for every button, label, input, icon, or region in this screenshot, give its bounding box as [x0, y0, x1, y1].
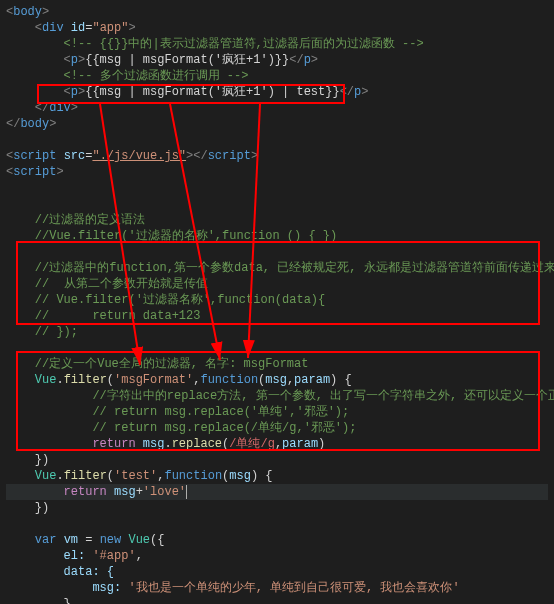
code-line: // }); — [6, 324, 548, 340]
code-line: }) — [6, 500, 548, 516]
code-line: <script> — [6, 164, 548, 180]
code-line: <p>{{msg | msgFormat('疯狂+1') | test}}</p… — [6, 84, 548, 100]
cursor-icon — [186, 485, 187, 499]
code-line: data: { — [6, 564, 548, 580]
code-line: //过滤器中的function,第一个参数data, 已经被规定死, 永远都是过… — [6, 260, 548, 276]
code-line: // 从第二个参数开始就是传值 — [6, 276, 548, 292]
code-line-active: return msg+'love' — [6, 484, 548, 500]
code-line: <!-- {{}}中的|表示过滤器管道符,过滤器后面的为过滤函数 --> — [6, 36, 548, 52]
code-line: // return data+123 — [6, 308, 548, 324]
code-line — [6, 132, 548, 148]
code-line: //过滤器的定义语法 — [6, 212, 548, 228]
code-line: }, — [6, 596, 548, 604]
code-line — [6, 196, 548, 212]
code-line — [6, 180, 548, 196]
code-line: <!-- 多个过滤函数进行调用 --> — [6, 68, 548, 84]
code-line: }) — [6, 452, 548, 468]
code-line — [6, 244, 548, 260]
code-line: </div> — [6, 100, 548, 116]
code-line — [6, 516, 548, 532]
code-line: // return msg.replace('单纯','邪恶'); — [6, 404, 548, 420]
code-line: <div id="app"> — [6, 20, 548, 36]
code-line: el: '#app', — [6, 548, 548, 564]
code-line: Vue.filter('msgFormat',function(msg,para… — [6, 372, 548, 388]
code-line: msg: '我也是一个单纯的少年, 单纯到自己很可爱, 我也会喜欢你' — [6, 580, 548, 596]
code-line: //Vue.filter('过滤器的名称',function () { }) — [6, 228, 548, 244]
code-line: // return msg.replace(/单纯/g,'邪恶'); — [6, 420, 548, 436]
code-editor[interactable]: <body> <div id="app"> <!-- {{}}中的|表示过滤器管… — [6, 4, 548, 604]
code-line: </body> — [6, 116, 548, 132]
code-line: Vue.filter('test',function(msg) { — [6, 468, 548, 484]
code-line: //定义一个Vue全局的过滤器, 名字: msgFormat — [6, 356, 548, 372]
code-line: var vm = new Vue({ — [6, 532, 548, 548]
code-line: return msg.replace(/单纯/g,param) — [6, 436, 548, 452]
code-line: <p>{{msg | msgFormat('疯狂+1')}}</p> — [6, 52, 548, 68]
code-line: //字符出中的replace方法, 第一个参数, 出了写一个字符串之外, 还可以… — [6, 388, 548, 404]
code-line: <script src="./js/vue.js"></script> — [6, 148, 548, 164]
code-line: // Vue.filter('过滤器名称',function(data){ — [6, 292, 548, 308]
code-line: <body> — [6, 4, 548, 20]
code-line — [6, 340, 548, 356]
